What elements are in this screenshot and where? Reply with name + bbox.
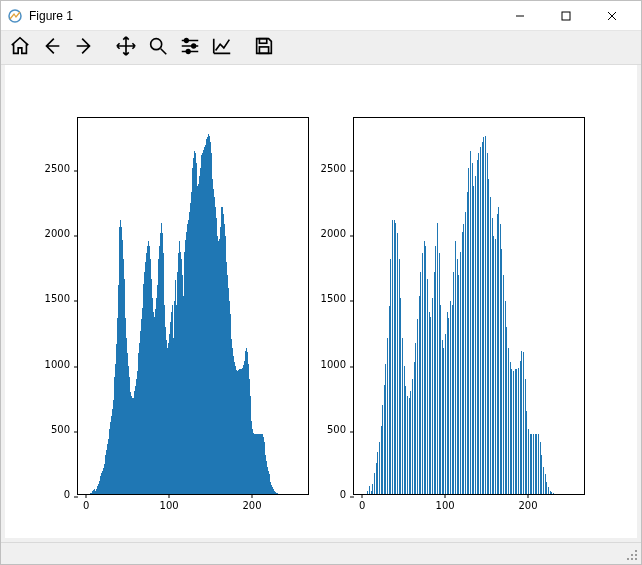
toolbar: [1, 31, 641, 65]
svg-rect-8: [635, 550, 637, 552]
svg-rect-7: [259, 47, 268, 53]
svg-point-3: [185, 39, 189, 43]
xtick-label: 100: [436, 500, 455, 511]
sliders-icon: [179, 35, 201, 60]
xtick-label: 0: [359, 500, 365, 511]
xtick-label: 0: [83, 500, 89, 511]
svg-rect-6: [259, 39, 266, 44]
ytick-label: 1500: [45, 293, 70, 304]
svg-rect-10: [631, 554, 633, 556]
ytick-label: 2000: [45, 228, 70, 239]
svg-point-2: [151, 39, 162, 50]
ytick-label: 2500: [45, 163, 70, 174]
xtick-label: 100: [160, 500, 179, 511]
xtick-label: 200: [242, 500, 261, 511]
zoom-button[interactable]: [143, 33, 173, 63]
chart-line-icon: [211, 35, 233, 60]
size-grip-icon[interactable]: [625, 548, 639, 562]
save-button[interactable]: [249, 33, 279, 63]
close-button[interactable]: [589, 1, 635, 31]
ytick-label: 500: [327, 423, 346, 434]
arrow-left-icon: [41, 35, 63, 60]
configure-subplots-button[interactable]: [175, 33, 205, 63]
maximize-button[interactable]: [543, 1, 589, 31]
ytick-label: 2500: [321, 163, 346, 174]
svg-rect-1: [562, 12, 570, 20]
arrow-right-icon: [73, 35, 95, 60]
home-icon: [9, 35, 31, 60]
ytick-label: 500: [51, 423, 70, 434]
axes-2: 050010001500200025000100200: [353, 117, 585, 495]
ytick-label: 0: [340, 489, 346, 500]
window-title: Figure 1: [29, 9, 73, 23]
svg-point-4: [192, 44, 196, 48]
ytick-label: 1500: [321, 293, 346, 304]
axes-1: 050010001500200025000100200: [77, 117, 309, 495]
svg-point-5: [186, 50, 190, 54]
minimize-button[interactable]: [497, 1, 543, 31]
figure-canvas[interactable]: 0500100015002000250001002000500100015002…: [5, 65, 637, 538]
forward-button[interactable]: [69, 33, 99, 63]
pan-button[interactable]: [111, 33, 141, 63]
svg-rect-13: [627, 558, 629, 560]
move-icon: [115, 35, 137, 60]
ytick-label: 1000: [45, 358, 70, 369]
home-button[interactable]: [5, 33, 35, 63]
app-icon: [7, 8, 23, 24]
ytick-label: 1000: [321, 358, 346, 369]
ytick-label: 2000: [321, 228, 346, 239]
statusbar: [1, 542, 641, 564]
titlebar: Figure 1: [1, 1, 641, 31]
figure-window: Figure 1: [0, 0, 642, 565]
svg-rect-9: [635, 554, 637, 556]
ytick-label: 0: [64, 489, 70, 500]
xtick-label: 200: [518, 500, 537, 511]
zoom-icon: [147, 35, 169, 60]
back-button[interactable]: [37, 33, 67, 63]
edit-axis-button[interactable]: [207, 33, 237, 63]
svg-rect-11: [635, 558, 637, 560]
svg-rect-12: [631, 558, 633, 560]
save-icon: [253, 35, 275, 60]
